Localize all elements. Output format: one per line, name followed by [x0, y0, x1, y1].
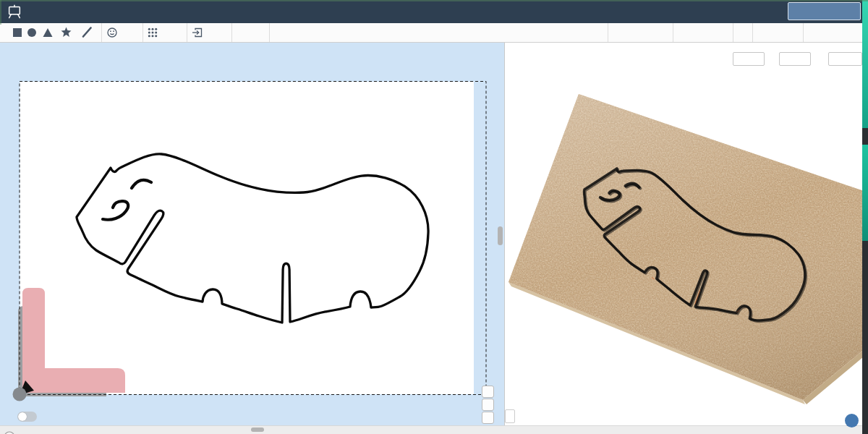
- material-cell[interactable]: [608, 23, 673, 42]
- toolbar-separator: [142, 23, 143, 42]
- toolbar-separator: [269, 23, 270, 42]
- bit-size-cell[interactable]: [673, 23, 733, 42]
- easel-logo-icon[interactable]: [7, 4, 22, 20]
- cut-settings-button[interactable]: [752, 23, 803, 42]
- window-edge-artifact-left: [0, 0, 1, 25]
- toolbar-separator: [101, 23, 102, 42]
- vertical-scrollbar[interactable]: [498, 226, 503, 245]
- toolbar-separator: [187, 23, 187, 42]
- toggle-knob[interactable]: [18, 412, 27, 421]
- desktop-teal-blob: [862, 145, 868, 241]
- window-edge-artifact: [0, 0, 868, 1]
- dim-y-input[interactable]: [779, 52, 811, 66]
- horizontal-scrollbar[interactable]: [251, 427, 264, 432]
- unit-toggle-switch[interactable]: [17, 412, 37, 422]
- pen-tool-icon[interactable]: [82, 27, 93, 38]
- apps-grid-icon[interactable]: [148, 27, 158, 38]
- tool-bar: [0, 23, 868, 43]
- zoom-home-button[interactable]: [482, 412, 494, 424]
- zoom-in-button[interactable]: [482, 386, 494, 398]
- preview-options-button[interactable]: [505, 409, 515, 423]
- circle-tool-icon[interactable]: [27, 27, 37, 38]
- add-bit-button[interactable]: [733, 23, 752, 42]
- desktop-teal-blob: [862, 0, 868, 128]
- dim-z-input[interactable]: [828, 52, 862, 66]
- square-tool-icon[interactable]: [12, 27, 22, 38]
- star-tool-icon[interactable]: [61, 27, 72, 38]
- toolbar-separator: [231, 23, 232, 42]
- zoom-out-button[interactable]: [482, 399, 494, 411]
- carve-button[interactable]: [788, 2, 861, 20]
- origin-handle[interactable]: [13, 388, 27, 401]
- import-icon[interactable]: [192, 27, 203, 38]
- triangle-tool-icon[interactable]: [43, 27, 53, 38]
- help-button[interactable]: [845, 414, 859, 427]
- dim-x-input[interactable]: [733, 52, 765, 66]
- title-bar: [0, 0, 868, 23]
- desktop-edge-strip: [862, 0, 868, 434]
- show-toolpaths-button[interactable]: [803, 23, 862, 42]
- smiley-icon[interactable]: [107, 27, 117, 38]
- material-work-area[interactable]: [20, 82, 475, 394]
